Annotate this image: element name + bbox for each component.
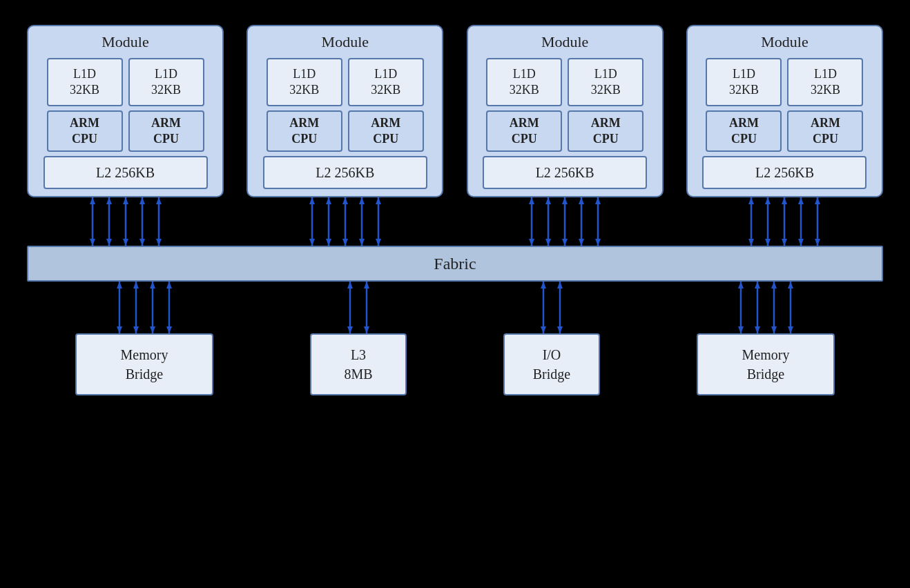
svg-marker-20 xyxy=(326,239,331,246)
bidirectional-arrow-4e xyxy=(812,197,823,246)
module-3-l2: L2 256KB xyxy=(483,156,647,189)
bidirectional-arrow-4a xyxy=(746,197,757,246)
module-3-cpu-2: ARMCPU xyxy=(568,110,643,152)
arrows-bottom-section xyxy=(20,282,890,333)
svg-marker-49 xyxy=(765,197,771,204)
svg-marker-47 xyxy=(748,239,754,246)
svg-marker-80 xyxy=(541,326,546,333)
svg-marker-65 xyxy=(133,326,139,333)
svg-marker-77 xyxy=(364,326,369,333)
svg-marker-43 xyxy=(595,197,601,204)
module-1-cpu-2: ARMCPU xyxy=(128,110,204,152)
svg-marker-22 xyxy=(342,197,348,204)
svg-marker-5 xyxy=(106,239,112,246)
svg-marker-40 xyxy=(579,197,584,204)
module-3-cpu-row: ARMCPU ARMCPU xyxy=(475,110,655,152)
svg-marker-29 xyxy=(376,239,381,246)
module-4-l1d-1: L1D32KB xyxy=(706,58,782,106)
module-1-cache-row: L1D32KB L1D32KB xyxy=(35,58,215,106)
bidir-arrow-mb-right-3 xyxy=(768,282,780,333)
svg-marker-64 xyxy=(133,282,139,288)
module-1-l1d-2: L1D32KB xyxy=(128,58,204,106)
svg-marker-10 xyxy=(139,197,145,204)
module-1: Module L1D32KB L1D32KB ARMCPU ARMCPU L2 … xyxy=(27,25,224,197)
svg-marker-46 xyxy=(748,197,754,204)
svg-marker-92 xyxy=(771,326,777,333)
arrows-top-section xyxy=(20,197,890,246)
svg-marker-31 xyxy=(529,197,534,204)
fabric-label: Fabric xyxy=(434,255,476,273)
module-3-title: Module xyxy=(541,33,588,51)
module-4-arrows xyxy=(686,197,883,246)
svg-marker-70 xyxy=(166,282,172,288)
bidir-arrow-mb-left-2 xyxy=(130,282,142,333)
svg-marker-37 xyxy=(562,197,568,204)
bottom-row: MemoryBridge L38MB I/OBridge MemoryBridg… xyxy=(20,333,890,395)
module-1-title: Module xyxy=(101,33,148,51)
l3-cache: L38MB xyxy=(310,333,407,395)
svg-marker-41 xyxy=(579,239,584,246)
svg-marker-68 xyxy=(150,326,155,333)
module-4-title: Module xyxy=(761,33,808,51)
module-1-cpu-1: ARMCPU xyxy=(47,110,123,152)
bidirectional-arrow-1d xyxy=(137,197,148,246)
svg-marker-85 xyxy=(738,282,744,288)
svg-marker-11 xyxy=(139,239,145,246)
module-2-l1d-2: L1D32KB xyxy=(348,58,424,106)
bidirectional-arrow-3c xyxy=(559,197,570,246)
module-2-l1d-1: L1D32KB xyxy=(267,58,342,106)
bidirectional-arrow-1a xyxy=(87,197,98,246)
memory-bridge-right-arrows xyxy=(697,282,835,333)
svg-marker-52 xyxy=(782,197,787,204)
bidir-arrow-l3-1 xyxy=(345,282,356,333)
module-4-cache-row: L1D32KB L1D32KB xyxy=(695,58,875,106)
svg-marker-56 xyxy=(798,239,804,246)
memory-bridge-left: MemoryBridge xyxy=(75,333,213,395)
svg-marker-13 xyxy=(156,197,162,204)
bidirectional-arrow-2e xyxy=(373,197,384,246)
svg-marker-34 xyxy=(545,197,551,204)
module-3-cache-row: L1D32KB L1D32KB xyxy=(475,58,655,106)
memory-bridge-right: MemoryBridge xyxy=(697,333,835,395)
svg-marker-55 xyxy=(798,197,804,204)
module-2-title: Module xyxy=(322,33,369,51)
bidir-arrow-io-2 xyxy=(554,282,565,333)
module-3-cpu-1: ARMCPU xyxy=(486,110,562,152)
svg-marker-73 xyxy=(347,282,353,288)
memory-bridge-left-arrows xyxy=(75,282,213,333)
module-2-l2: L2 256KB xyxy=(263,156,427,189)
svg-marker-67 xyxy=(150,282,155,288)
svg-marker-14 xyxy=(156,239,162,246)
module-4: Module L1D32KB L1D32KB ARMCPU ARMCPU L2 … xyxy=(686,25,883,197)
svg-marker-38 xyxy=(562,239,568,246)
module-2-cache-row: L1D32KB L1D32KB xyxy=(255,58,435,106)
bidirectional-arrow-1e xyxy=(153,197,164,246)
svg-marker-8 xyxy=(123,239,128,246)
l3-arrows xyxy=(310,282,407,333)
bidirectional-arrow-3d xyxy=(576,197,587,246)
bidirectional-arrow-3e xyxy=(592,197,603,246)
svg-marker-89 xyxy=(755,326,760,333)
module-4-cpu-1: ARMCPU xyxy=(706,110,782,152)
svg-marker-59 xyxy=(815,239,820,246)
svg-marker-2 xyxy=(90,239,95,246)
svg-marker-94 xyxy=(788,282,793,288)
bidir-arrow-mb-left-4 xyxy=(164,282,175,333)
bidirectional-arrow-1b xyxy=(104,197,115,246)
module-1-l2: L2 256KB xyxy=(43,156,208,189)
svg-marker-44 xyxy=(595,239,601,246)
module-2-cpu-1: ARMCPU xyxy=(267,110,342,152)
io-bridge-arrows xyxy=(503,282,600,333)
bidirectional-arrow-1c xyxy=(120,197,131,246)
svg-marker-86 xyxy=(738,326,744,333)
svg-marker-19 xyxy=(326,197,331,204)
svg-marker-76 xyxy=(364,282,369,288)
svg-marker-23 xyxy=(342,239,348,246)
bidirectional-arrow-2d xyxy=(356,197,367,246)
svg-marker-7 xyxy=(123,197,128,204)
bidirectional-arrow-3a xyxy=(526,197,537,246)
module-2-cpu-2: ARMCPU xyxy=(348,110,424,152)
svg-marker-26 xyxy=(359,239,365,246)
svg-marker-25 xyxy=(359,197,365,204)
module-4-l1d-2: L1D32KB xyxy=(787,58,863,106)
